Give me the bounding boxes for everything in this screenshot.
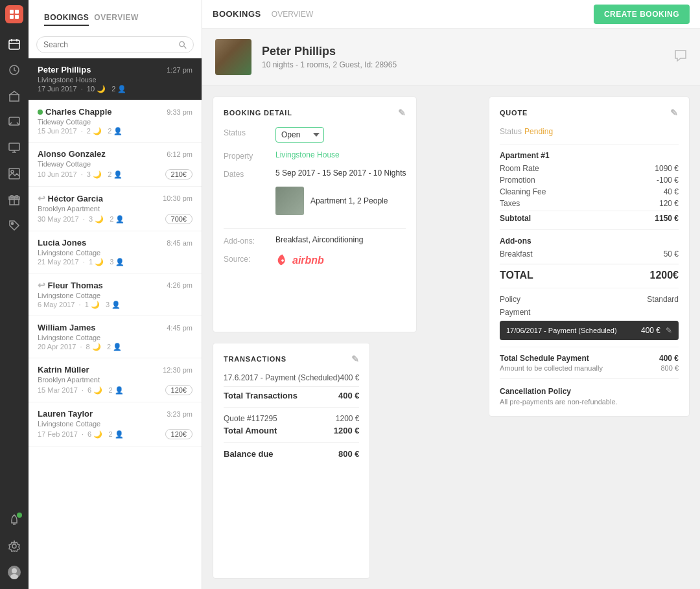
- booking-item[interactable]: Lauren Taylor 3:23 pm Livingstone Cottag…: [29, 402, 202, 446]
- guest-subtitle: 10 nights - 1 rooms, 2 Guest, Id: 28965: [262, 60, 397, 69]
- booking-time: 4:26 pm: [167, 281, 192, 289]
- addons-section-title: Add-ons: [500, 237, 679, 246]
- booking-item[interactable]: William James 4:45 pm Livingstone Cottag…: [29, 316, 202, 358]
- booking-item[interactable]: Alonso Gonzalez 6:12 pm Tideway Cottage …: [29, 143, 202, 187]
- addons-label: Add-ons:: [224, 235, 275, 246]
- booking-item[interactable]: ↩ Fleur Thomas 4:26 pm Livingstone Cotta…: [29, 273, 202, 316]
- total-transactions-label: Total Transactions: [224, 391, 298, 400]
- edit-booking-icon[interactable]: ✎: [398, 108, 406, 118]
- booking-property: Livingstone Cottage: [38, 334, 192, 341]
- source-label: Source:: [224, 253, 275, 264]
- subtotal-row: Subtotal 1150 €: [500, 211, 679, 223]
- dates-row: Dates 5 Sep 2017 - 15 Sep 2017 - 10 Nigh…: [224, 168, 406, 179]
- source-value: airbnb: [275, 253, 406, 268]
- svg-rect-14: [9, 168, 19, 179]
- svg-rect-2: [10, 15, 14, 19]
- apartment-label: [224, 187, 275, 188]
- sidebar-item-gallery[interactable]: [3, 162, 26, 185]
- svg-rect-4: [9, 40, 19, 49]
- sidebar-item-calendar[interactable]: [3, 58, 26, 82]
- booking-meta: 15 Jun 2017 · 2 🌙 2 👤: [38, 127, 192, 135]
- booking-item[interactable]: Lucia Jones 8:45 am Livingstone Cottage …: [29, 231, 202, 273]
- transaction-row: 17.6.2017 - Payment (Scheduled) 400 €: [224, 373, 359, 382]
- booking-item[interactable]: Charles Chapple 9:33 pm Tideway Cottage …: [29, 100, 202, 143]
- apt-photo: [275, 187, 304, 215]
- sidebar-item-properties[interactable]: [3, 84, 26, 108]
- sidebar-item-tags[interactable]: [3, 214, 26, 237]
- booking-property: Tideway Cottage: [38, 118, 192, 126]
- guest-info: Peter Phillips 10 nights - 1 rooms, 2 Gu…: [262, 45, 397, 69]
- svg-point-22: [12, 544, 16, 548]
- edit-transactions-icon[interactable]: ✎: [351, 354, 360, 364]
- sidebar-item-bookings[interactable]: [3, 32, 26, 56]
- booking-time: 6:12 pm: [167, 150, 192, 158]
- user-avatar[interactable]: [3, 560, 26, 584]
- overview-link[interactable]: OVERVIEW: [272, 10, 313, 19]
- booking-property: Brooklyn Apartment: [38, 205, 192, 213]
- booking-name: Katrin Müller: [38, 365, 89, 375]
- booking-meta: 20 Apr 2017 · 8 🌙 2 👤: [38, 343, 192, 351]
- edit-quote-icon[interactable]: ✎: [670, 108, 679, 118]
- booking-property: Livingstone Cottage: [38, 420, 192, 428]
- booking-name: Lucia Jones: [38, 238, 86, 248]
- sidebar-item-messages[interactable]: [3, 110, 26, 133]
- svg-rect-11: [9, 143, 19, 150]
- sidebar-item-gifts[interactable]: [3, 188, 26, 211]
- booking-item[interactable]: Peter Phillips 1:27 pm Livingstone House…: [29, 58, 202, 100]
- search-input[interactable]: [43, 40, 178, 49]
- svg-point-19: [12, 223, 14, 225]
- svg-point-25: [10, 574, 18, 579]
- apartment-section-title: Apartment #1: [500, 151, 679, 160]
- app-logo[interactable]: [5, 5, 23, 23]
- dates-label: Dates: [224, 168, 275, 179]
- sidebar-item-settings[interactable]: [3, 535, 26, 558]
- quote-ref-row: Quote #117295 1200 €: [224, 407, 359, 423]
- booking-time: 12:30 pm: [163, 366, 192, 374]
- payment-row: 17/06/2017 - Payment (Scheduled) 400 € ✎: [500, 321, 679, 340]
- booking-name: William James: [38, 323, 95, 332]
- total-amount-label: Total Amount: [224, 426, 277, 435]
- chat-icon[interactable]: [674, 49, 687, 65]
- booking-item[interactable]: Katrin Müller 12:30 pm Brooklyn Apartmen…: [29, 358, 202, 402]
- payment-row-amount: 400 €: [641, 326, 660, 335]
- property-label: Property: [224, 150, 275, 161]
- manual-collect-row: Amount to be collected manually 800 €: [500, 364, 679, 372]
- svg-rect-9: [10, 95, 19, 101]
- quote-status-label: Status: [500, 127, 522, 136]
- reply-icon: ↩: [38, 193, 45, 203]
- svg-rect-3: [15, 15, 19, 19]
- taxes-row: Taxes 120 €: [500, 199, 679, 208]
- policy-row: Policy Standard: [500, 295, 679, 304]
- sidebar-item-notifications[interactable]: [3, 509, 26, 532]
- booking-time: 8:45 am: [167, 239, 192, 247]
- sidebar: [0, 0, 29, 589]
- booking-time: 9:33 pm: [167, 108, 192, 116]
- addons-row: Add-ons: Breakfast, Airconditioning: [224, 235, 406, 246]
- status-select[interactable]: Open Closed Pending: [275, 127, 324, 143]
- booking-property: Livingstone Cottage: [38, 292, 192, 299]
- bookings-list: Peter Phillips 1:27 pm Livingstone House…: [29, 58, 202, 589]
- property-value[interactable]: Livingstone House: [275, 150, 406, 159]
- total-transactions-row: Total Transactions 400 €: [224, 386, 359, 400]
- quote-ref: Quote #117295: [224, 414, 277, 423]
- online-indicator: [38, 110, 43, 115]
- booking-item[interactable]: ↩ Héctor Garcia 10:30 pm Brooklyn Apartm…: [29, 187, 202, 231]
- payment-edit-icon[interactable]: ✎: [666, 326, 672, 335]
- panels-row: BOOKING DETAIL ✎ Status Open Closed Pend…: [202, 86, 700, 589]
- sidebar-item-monitor[interactable]: [3, 136, 26, 159]
- page-title: BOOKINGS: [213, 9, 261, 19]
- notification-badge: [17, 513, 22, 518]
- svg-rect-0: [10, 10, 14, 14]
- create-booking-button[interactable]: CREATE BOOKING: [594, 5, 690, 24]
- bookings-panel: BOOKINGS OVERVIEW Peter Phillips 1:27 pm…: [29, 0, 202, 589]
- search-box[interactable]: [36, 36, 194, 53]
- amount-badge: 120€: [165, 429, 192, 439]
- nav-tabs: BOOKINGS OVERVIEW: [36, 10, 146, 31]
- booking-name: Peter Phillips: [38, 65, 91, 75]
- tab-bookings[interactable]: BOOKINGS: [44, 10, 89, 26]
- booking-time: 10:30 pm: [163, 194, 192, 202]
- svg-line-27: [184, 46, 186, 48]
- svg-point-26: [180, 41, 185, 47]
- booking-property: Tideway Cottage: [38, 160, 192, 168]
- tab-overview[interactable]: OVERVIEW: [94, 10, 138, 26]
